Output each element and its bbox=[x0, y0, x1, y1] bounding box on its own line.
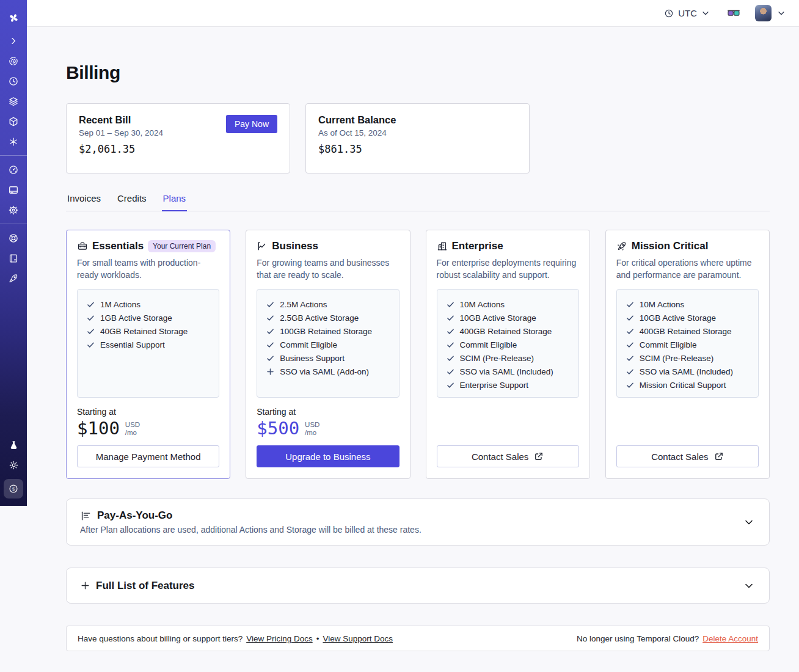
sidebar-item-schedules[interactable] bbox=[3, 71, 24, 91]
sidebar-item-expand[interactable] bbox=[3, 31, 24, 51]
currency-label: USD bbox=[305, 421, 319, 428]
upgrade-business-button[interactable]: Upgrade to Business bbox=[257, 445, 399, 467]
pricing-docs-link[interactable]: View Pricing Docs bbox=[246, 634, 313, 643]
current-balance-title: Current Balance bbox=[318, 114, 517, 126]
feature-text: 10M Actions bbox=[460, 300, 505, 309]
tab-invoices[interactable]: Invoices bbox=[66, 191, 102, 211]
feature-text: 2.5M Actions bbox=[280, 300, 327, 309]
plan-description: For small teams with production-ready wo… bbox=[77, 257, 219, 281]
feature-item: Essential Support bbox=[86, 338, 210, 351]
clock-icon bbox=[8, 76, 19, 87]
plan-card-essentials: Essentials Your Current Plan For small t… bbox=[66, 230, 230, 479]
account-menu[interactable] bbox=[755, 5, 786, 21]
feedback-goggles-button[interactable] bbox=[727, 9, 740, 18]
contact-sales-label: Contact Sales bbox=[472, 451, 528, 462]
tab-plans[interactable]: Plans bbox=[162, 191, 188, 211]
feature-item: SSO via SAML (Included) bbox=[626, 365, 750, 378]
svg-text:$: $ bbox=[12, 486, 15, 492]
plan-name: Essentials bbox=[92, 240, 144, 252]
plan-card-mission-critical: Mission Critical For critical operations… bbox=[605, 230, 770, 479]
clock-icon bbox=[664, 9, 674, 18]
feature-list: 10M Actions10GB Active Storage400GB Reta… bbox=[616, 289, 759, 398]
feature-item: 10M Actions bbox=[626, 298, 750, 311]
page-title: Billing bbox=[66, 62, 770, 83]
plan-card-business: Business For growing teams and businesse… bbox=[246, 230, 410, 479]
per-label: /mo bbox=[125, 429, 140, 436]
plan-cards: Essentials Your Current Plan For small t… bbox=[66, 230, 770, 479]
sidebar-item-getting-started[interactable] bbox=[3, 268, 24, 288]
contact-sales-button[interactable]: Contact Sales bbox=[616, 445, 759, 467]
feature-list: 10M Actions10GB Active Storage400GB Reta… bbox=[437, 289, 579, 398]
sidebar-item-theme[interactable] bbox=[3, 455, 24, 475]
sidebar-item-support[interactable] bbox=[3, 228, 24, 248]
contact-sales-label: Contact Sales bbox=[651, 451, 708, 462]
sidebar-item-usage[interactable] bbox=[3, 159, 24, 180]
support-docs-link[interactable]: View Support Docs bbox=[323, 634, 393, 643]
sidebar-item-billing[interactable]: $ bbox=[4, 479, 23, 499]
footer-bar: Have questions about billing or support … bbox=[66, 626, 770, 651]
feature-item: 400GB Retained Storage bbox=[446, 324, 570, 338]
rocket-icon bbox=[8, 273, 19, 284]
feature-item: SSO via SAML (Included) bbox=[446, 365, 570, 378]
check-icon bbox=[626, 367, 635, 376]
feature-item: SCIM (Pre-Release) bbox=[626, 351, 750, 365]
chevron-down-icon bbox=[743, 517, 754, 528]
timezone-selector[interactable]: UTC bbox=[664, 8, 710, 18]
coin-dollar-icon: $ bbox=[8, 483, 19, 494]
sidebar-item-settings[interactable] bbox=[3, 200, 24, 220]
cube-icon bbox=[8, 116, 19, 127]
plan-price: $500 bbox=[257, 418, 299, 439]
feature-item: 1GB Active Storage bbox=[86, 311, 210, 324]
sidebar-item-accounts[interactable] bbox=[3, 180, 24, 200]
feature-item: SSO via SAML (Add-on) bbox=[266, 365, 390, 378]
payg-panel: Pay-As-You-Go After Plan allocations are… bbox=[66, 499, 770, 546]
full-features-panel: Full List of Features bbox=[66, 568, 770, 604]
sidebar-item-nexus[interactable] bbox=[3, 131, 24, 152]
footer-question: Have questions about billing or support … bbox=[78, 634, 243, 643]
check-icon bbox=[266, 340, 275, 349]
feature-text: 400GB Retained Storage bbox=[460, 327, 552, 336]
plan-description: For enterprise deployments requiring rob… bbox=[437, 257, 579, 281]
manage-payment-button[interactable]: Manage Payment Method bbox=[77, 445, 219, 467]
payg-expand-button[interactable] bbox=[743, 517, 754, 528]
sidebar-item-deployments[interactable] bbox=[3, 111, 24, 131]
check-icon bbox=[86, 300, 95, 309]
plan-name: Enterprise bbox=[452, 240, 503, 252]
feature-text: SSO via SAML (Included) bbox=[460, 367, 553, 376]
toolbox-icon bbox=[77, 241, 88, 252]
lifebuoy-icon bbox=[8, 233, 19, 244]
gauge-icon bbox=[8, 164, 19, 175]
feature-item: SCIM (Pre-Release) bbox=[446, 351, 570, 365]
pay-now-button[interactable]: Pay Now bbox=[226, 115, 277, 133]
feature-text: 40GB Retained Storage bbox=[100, 327, 188, 336]
feature-item: Mission Critical Support bbox=[626, 378, 750, 392]
sidebar-item-labs[interactable] bbox=[3, 435, 24, 455]
top-bar: UTC bbox=[27, 0, 799, 27]
gear-icon bbox=[8, 205, 19, 216]
plan-description: For critical operations where uptime and… bbox=[616, 257, 759, 281]
current-balance-asof: As of Oct 15, 2024 bbox=[318, 128, 517, 137]
plan-price: $100 bbox=[77, 418, 120, 439]
check-icon bbox=[446, 340, 455, 349]
feature-text: SSO via SAML (Included) bbox=[640, 367, 733, 376]
feature-text: 10M Actions bbox=[640, 300, 685, 309]
feature-text: Commit Eligible bbox=[280, 340, 337, 349]
external-link-icon bbox=[534, 451, 544, 461]
sidebar-logo[interactable] bbox=[3, 5, 24, 31]
delete-account-link[interactable]: Delete Account bbox=[702, 634, 758, 643]
check-icon bbox=[626, 300, 635, 309]
tab-credits[interactable]: Credits bbox=[116, 191, 148, 211]
check-icon bbox=[266, 327, 275, 336]
asterisk-icon bbox=[8, 136, 19, 147]
book-icon bbox=[8, 253, 19, 264]
payg-title: Pay-As-You-Go bbox=[97, 509, 172, 522]
contact-sales-button[interactable]: Contact Sales bbox=[437, 445, 579, 467]
full-features-expand-button[interactable] bbox=[743, 580, 754, 591]
sidebar-item-docs[interactable] bbox=[3, 248, 24, 268]
feature-text: SCIM (Pre-Release) bbox=[640, 354, 714, 363]
goggles-icon bbox=[727, 9, 740, 18]
check-icon bbox=[446, 381, 455, 390]
sidebar-item-namespaces[interactable] bbox=[3, 51, 24, 71]
sidebar-item-stack[interactable] bbox=[3, 91, 24, 111]
feature-item: Business Support bbox=[266, 351, 390, 365]
